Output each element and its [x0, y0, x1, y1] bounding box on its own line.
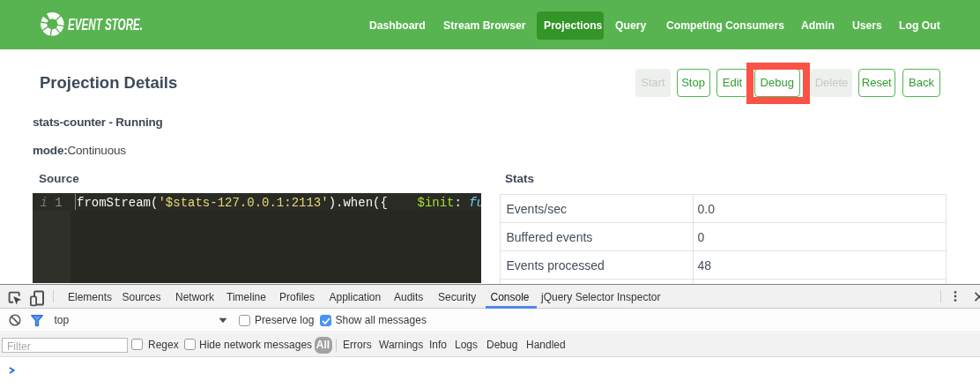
svg-text:EVENT STORE.: EVENT STORE.: [68, 16, 143, 34]
